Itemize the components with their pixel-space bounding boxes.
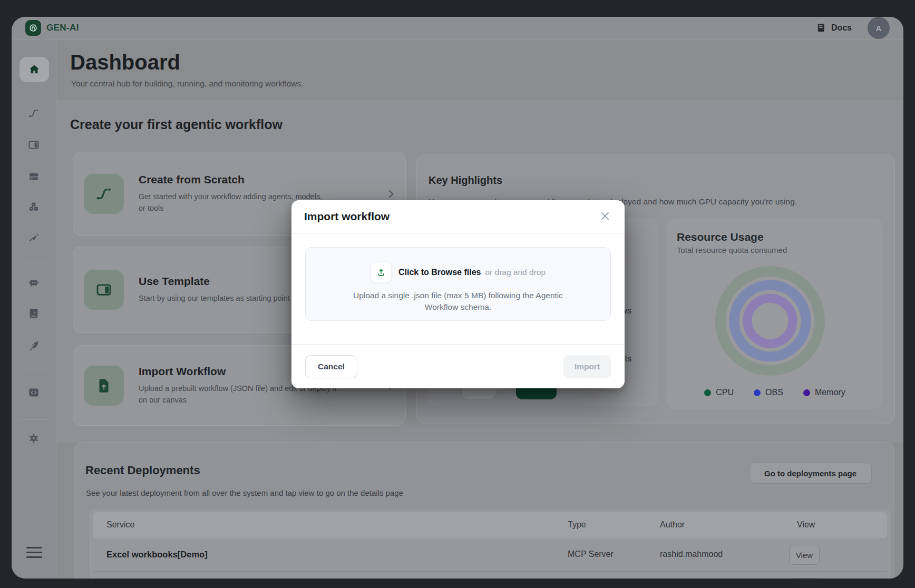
modal-footer: Cancel Import (291, 344, 625, 388)
notebook-icon (27, 307, 40, 320)
cubes-icon (27, 200, 40, 213)
upload-icon (371, 262, 392, 283)
code-icon (27, 386, 40, 399)
resource-usage-subtitle: Total resource quota consumed (677, 246, 787, 254)
upload-help-text: Upload a single .json file (max 5 MB) fo… (306, 290, 610, 313)
view-button[interactable]: View (789, 578, 820, 579)
sidebar-divider (20, 369, 49, 369)
docs-link[interactable]: Docs (816, 23, 852, 33)
sidebar-item-templates[interactable] (27, 139, 40, 151)
browse-files-label: Click to Browse files (398, 268, 481, 277)
rocket-icon (27, 231, 40, 243)
avatar[interactable]: A (868, 17, 890, 39)
cpu-legend-dot (704, 389, 711, 396)
legend-item-cpu: CPU (704, 388, 734, 397)
cell-type: MCP Server (568, 550, 614, 559)
server-icon (27, 170, 40, 183)
template-icon (27, 139, 40, 151)
sidebar-item-blocks[interactable] (27, 200, 40, 213)
recent-deployments-heading: Recent Deployments (85, 464, 200, 477)
sidebar-divider (20, 93, 49, 93)
resource-usage-title: Resource Usage (677, 231, 764, 243)
home-icon (28, 63, 41, 76)
sidebar-item-assistant[interactable] (27, 277, 40, 289)
create-section-heading: Create your first agentic workflow (70, 117, 283, 132)
sidebar-item-prompts[interactable] (27, 339, 40, 352)
drag-drop-label: or drag and drop (485, 268, 546, 277)
deployments-table: Service Type Author View Excel workbooks… (89, 508, 891, 579)
workflow-route-icon (84, 174, 124, 214)
modal-title: Import workflow (304, 210, 390, 223)
column-header-type: Type (568, 520, 586, 530)
recent-deployments-panel: Recent Deployments See your latest deplo… (74, 442, 894, 579)
column-header-author: Author (660, 520, 685, 530)
top-bar: GEN-AI Docs A (12, 17, 903, 40)
key-highlights-title: Key Highlights (429, 174, 502, 187)
table-row: View (93, 572, 887, 579)
sidebar-item-code[interactable] (27, 386, 40, 399)
sidebar-item-home[interactable] (20, 57, 49, 82)
sidebar-item-workflows[interactable] (27, 107, 40, 120)
brand-logo-icon (25, 20, 41, 36)
close-icon[interactable] (598, 210, 612, 223)
page-subtitle: Your central hub for building, running, … (71, 79, 304, 89)
modal-body: Click to Browse files or drag and drop U… (291, 233, 625, 321)
import-workflow-modal: Import workflow Click to Browse files or… (291, 200, 625, 388)
obs-legend-dot (754, 389, 761, 396)
import-button[interactable]: Import (563, 355, 611, 378)
sidebar-item-settings[interactable] (27, 432, 40, 445)
book-icon (816, 23, 826, 33)
workflow-route-icon (27, 107, 40, 120)
sidebar-item-knowledge[interactable] (27, 307, 40, 320)
column-header-view: View (797, 520, 815, 530)
go-to-deployments-button[interactable]: Go to deployments page (749, 463, 872, 484)
resource-usage-legend: CPU OBS Memory (667, 388, 882, 397)
view-button[interactable]: View (789, 545, 820, 565)
modal-header: Import workflow (291, 200, 625, 233)
gear-icon (27, 432, 40, 445)
table-header-row: Service Type Author View (93, 512, 887, 538)
sidebar-divider (20, 262, 49, 262)
template-icon (84, 270, 124, 310)
sidebar-item-deployments[interactable] (27, 231, 40, 243)
feather-icon (27, 339, 40, 352)
legend-label: CPU (716, 388, 734, 397)
collapse-menu-button[interactable] (26, 547, 42, 558)
brand-name: GEN-AI (46, 23, 79, 33)
avatar-initial: A (876, 24, 882, 33)
file-upload-icon (84, 366, 124, 406)
cell-service: Excel workbooks[Demo] (106, 550, 208, 560)
legend-item-obs: OBS (754, 388, 783, 397)
page-title: Dashboard (70, 51, 180, 74)
resource-usage-card: Resource Usage Total resource quota cons… (667, 218, 882, 409)
file-dropzone[interactable]: Click to Browse files or drag and drop U… (305, 247, 611, 321)
legend-label: OBS (765, 388, 783, 397)
table-row: Excel workbooks[Demo] MCP Server rashid.… (93, 538, 887, 571)
memory-legend-dot (803, 389, 810, 396)
bot-icon (27, 277, 40, 289)
legend-label: Memory (815, 388, 845, 397)
resource-usage-donut-chart (712, 263, 828, 379)
recent-deployments-subtitle: See your latest deployment from all over… (86, 488, 403, 497)
sidebar-item-servers[interactable] (27, 170, 40, 183)
cell-author: rashid.mahmood (660, 550, 723, 559)
docs-label: Docs (831, 23, 852, 33)
column-header-service: Service (106, 520, 134, 530)
sidebar (12, 40, 56, 579)
sidebar-divider (20, 419, 49, 419)
card-title: Create from Scratch (139, 173, 339, 186)
legend-item-memory: Memory (803, 388, 845, 397)
cancel-button[interactable]: Cancel (305, 355, 357, 378)
